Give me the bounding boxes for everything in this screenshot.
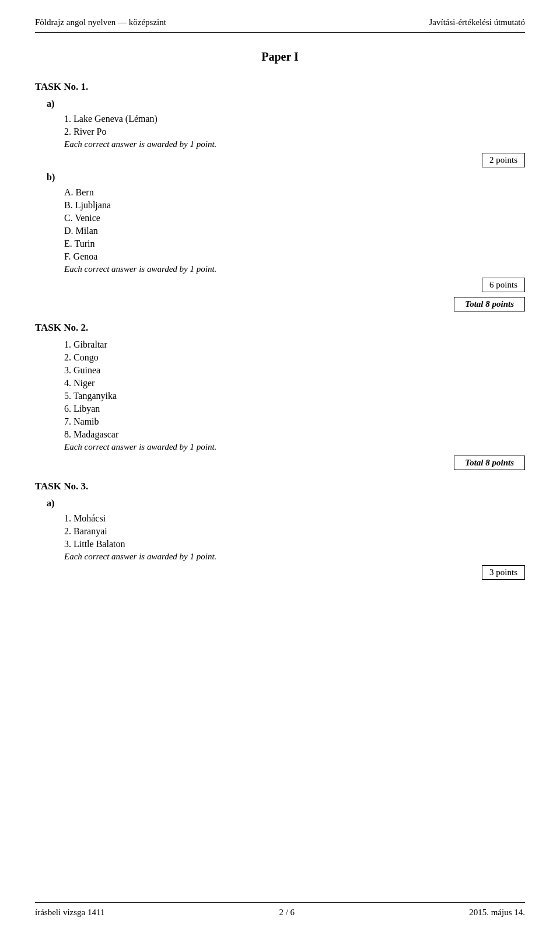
footer-left: írásbeli vizsga 1411: [35, 908, 104, 918]
task2-item-4: 4. Niger: [64, 378, 525, 388]
footer: írásbeli vizsga 1411 2 / 6 2015. május 1…: [35, 902, 525, 918]
task2-item-6: 6. Libyan: [64, 404, 525, 414]
task2-item-8: 8. Madagascar: [64, 429, 525, 440]
task3-sub-a-label: a): [47, 498, 525, 509]
task1-sub-b-label: b): [47, 172, 525, 183]
task1-b-item-1: A. Bern: [64, 187, 525, 198]
task3-section: TASK No. 3. a) 1. Mohácsi 2. Baranyai 3.…: [35, 481, 525, 580]
header-right: Javítási-értékelési útmutató: [429, 17, 525, 27]
task1-a-item-2: 2. River Po: [64, 127, 525, 137]
task2-label: TASK No. 2.: [35, 322, 525, 334]
header: Földrajz angol nyelven — középszint Javí…: [35, 17, 525, 33]
task1-b-note: Each correct answer is awarded by 1 poin…: [64, 264, 525, 274]
task1-b-item-6: F. Genoa: [64, 251, 525, 262]
task1-section: TASK No. 1. a) 1. Lake Geneva (Léman) 2.…: [35, 81, 525, 311]
header-left: Földrajz angol nyelven — középszint: [35, 17, 166, 27]
task1-a-item-1: 1. Lake Geneva (Léman): [64, 114, 525, 124]
task3-points-a: 3 points: [482, 565, 525, 580]
task1-b-item-4: D. Milan: [64, 226, 525, 236]
task1-points-a-container: 2 points: [35, 153, 525, 167]
task1-points-b: 6 points: [482, 278, 525, 292]
task1-total: Total 8 points: [454, 297, 525, 311]
task2-section: TASK No. 2. 1. Gibraltar 2. Congo 3. Gui…: [35, 322, 525, 470]
task1-points-b-container: 6 points: [35, 278, 525, 292]
task1-b-item-2: B. Ljubljana: [64, 200, 525, 211]
task2-total-container: Total 8 points: [35, 456, 525, 470]
task3-a-item-1: 1. Mohácsi: [64, 513, 525, 524]
task2-item-5: 5. Tanganyika: [64, 391, 525, 401]
task1-total-container: Total 8 points: [35, 297, 525, 311]
page: Földrajz angol nyelven — középszint Javí…: [0, 0, 560, 935]
task1-points-a: 2 points: [482, 153, 525, 167]
task1-label: TASK No. 1.: [35, 81, 525, 93]
task3-a-item-3: 3. Little Balaton: [64, 539, 525, 549]
task2-item-2: 2. Congo: [64, 352, 525, 363]
task3-points-a-container: 3 points: [35, 565, 525, 580]
task2-item-7: 7. Namib: [64, 416, 525, 427]
paper-title: Paper I: [35, 50, 525, 64]
task2-total: Total 8 points: [454, 456, 525, 470]
task3-a-note: Each correct answer is awarded by 1 poin…: [64, 552, 525, 562]
task2-note: Each correct answer is awarded by 1 poin…: [64, 442, 525, 452]
task1-b-item-5: E. Turin: [64, 239, 525, 249]
task1-sub-a-label: a): [47, 99, 525, 109]
task2-item-1: 1. Gibraltar: [64, 339, 525, 350]
task2-item-3: 3. Guinea: [64, 365, 525, 376]
footer-center: 2 / 6: [279, 908, 295, 918]
task3-label: TASK No. 3.: [35, 481, 525, 492]
task1-a-note: Each correct answer is awarded by 1 poin…: [64, 139, 525, 149]
task3-a-item-2: 2. Baranyai: [64, 526, 525, 537]
task1-b-item-3: C. Venice: [64, 213, 525, 223]
footer-right: 2015. május 14.: [469, 908, 525, 918]
